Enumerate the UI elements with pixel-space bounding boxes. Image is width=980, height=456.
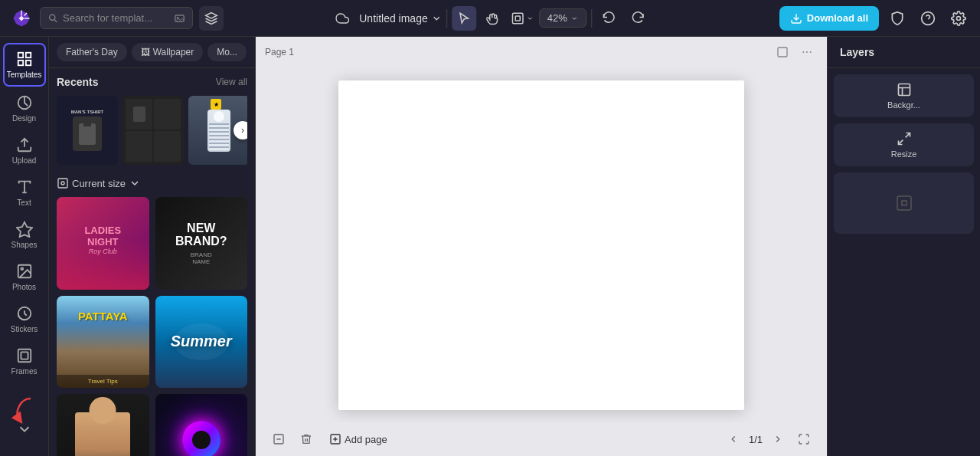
svg-rect-15	[18, 61, 22, 65]
svg-rect-8	[515, 16, 520, 21]
download-all-button[interactable]: Download all	[779, 6, 879, 31]
recent-thumb-1[interactable]: MAN'S TSHIRT	[57, 96, 118, 165]
sidebar-item-design[interactable]: Design	[3, 88, 46, 129]
svg-rect-38	[898, 84, 910, 96]
svg-rect-5	[175, 15, 184, 21]
svg-line-40	[898, 140, 903, 145]
arrow-indicator	[8, 395, 38, 425]
frame-tool-btn[interactable]	[510, 6, 534, 31]
background-label: Backgr...	[887, 100, 920, 110]
document-title[interactable]: Untitled image	[359, 12, 442, 25]
left-sidebar: Templates Design Upload	[0, 37, 49, 456]
canvas-page[interactable]	[338, 80, 744, 410]
template-card-neon[interactable]	[155, 394, 248, 456]
topbar: Untitled image	[0, 0, 980, 37]
svg-line-4	[54, 19, 57, 21]
search-bar[interactable]	[40, 7, 193, 29]
svg-rect-41	[897, 196, 911, 210]
recents-section-header: Recents View all	[57, 76, 247, 88]
photos-icon	[16, 263, 33, 280]
layer-preview[interactable]	[834, 172, 974, 234]
shield-icon-btn[interactable]	[885, 6, 910, 31]
resize-tool[interactable]: Resize	[834, 123, 974, 166]
download-icon	[790, 12, 802, 25]
background-tool[interactable]: Backgr...	[834, 74, 974, 117]
design-icon	[16, 94, 33, 111]
sidebar-item-templates[interactable]: Templates	[3, 43, 46, 87]
tag-wallpaper[interactable]: 🖼 Wallpaper	[132, 43, 204, 61]
template-card-summer[interactable]: Summer	[155, 296, 248, 389]
svg-rect-13	[18, 53, 22, 57]
layers-panel-body: Backgr... Resize	[828, 68, 980, 456]
sidebar-shapes-label: Shapes	[11, 241, 38, 249]
page-label: Page 1	[265, 47, 294, 57]
size-filter[interactable]: Current size	[57, 177, 247, 189]
schedule-icon-btn[interactable]	[199, 6, 224, 31]
svg-point-3	[50, 15, 55, 20]
zoom-dropdown-icon	[570, 15, 578, 22]
next-page-btn[interactable]	[769, 430, 787, 448]
template-card-person[interactable]	[57, 394, 149, 456]
recent-thumb-2[interactable]	[122, 96, 184, 165]
page-nav: 1/1	[724, 428, 815, 450]
sidebar-item-stickers[interactable]: Stickers	[3, 299, 46, 340]
help-icon-btn[interactable]	[916, 6, 940, 31]
sidebar-item-photos[interactable]: Photos	[3, 257, 46, 297]
canvas-more-icon[interactable]	[796, 41, 818, 63]
redo-btn[interactable]	[626, 6, 650, 31]
svg-rect-29	[778, 48, 787, 57]
app-logo[interactable]	[9, 6, 34, 31]
sidebar-item-frames[interactable]: Frames	[3, 341, 46, 382]
sidebar-item-shapes[interactable]: Shapes	[3, 215, 46, 255]
upload-icon	[16, 136, 33, 153]
svg-point-30	[802, 51, 804, 53]
image-search-icon[interactable]	[175, 13, 185, 24]
template-card-new-brand[interactable]: NEW BRAND? BRAND NAME	[155, 197, 248, 290]
settings-icon-btn[interactable]	[946, 6, 971, 31]
add-page-icon	[329, 433, 341, 445]
sidebar-design-label: Design	[12, 114, 36, 123]
canvas-area: Page 1	[256, 37, 827, 456]
expand-canvas-btn[interactable]	[793, 428, 815, 450]
panel-scroll[interactable]: Recents View all MAN'S TSHIRT	[49, 68, 255, 456]
canvas-wrapper	[256, 67, 827, 422]
prev-page-btn[interactable]	[724, 430, 743, 448]
cloud-save-btn[interactable]	[330, 6, 354, 31]
sidebar-text-label: Text	[17, 198, 31, 207]
zoom-control[interactable]: 42%	[539, 8, 586, 28]
canvas-top-bar: Page 1	[256, 37, 827, 67]
template-card-ladies-night[interactable]: LADIES NIGHT Roy Club	[57, 197, 149, 290]
template-card-pattaya[interactable]: PATTAYA Travel Tips	[57, 296, 149, 389]
resize-tool-icon	[897, 131, 912, 146]
sidebar-item-text[interactable]: Text	[3, 172, 46, 213]
frames-icon	[16, 347, 33, 364]
svg-rect-7	[512, 13, 523, 24]
svg-rect-27	[58, 179, 67, 188]
panel-tags: Father's Day 🖼 Wallpaper Mo...	[49, 37, 255, 68]
hand-tool-btn[interactable]	[481, 6, 505, 31]
search-icon	[48, 13, 58, 24]
left-panel: Father's Day 🖼 Wallpaper Mo... Recents V…	[49, 37, 256, 456]
canvas-bottom-bar: Add page 1/1	[256, 422, 827, 456]
delete-page-icon[interactable]	[296, 428, 317, 450]
sidebar-frames-label: Frames	[11, 367, 38, 376]
canvas-top-icons	[772, 41, 818, 63]
svg-point-22	[21, 267, 23, 270]
undo-btn[interactable]	[596, 6, 621, 31]
canvas-frame-icon[interactable]	[772, 41, 793, 63]
topbar-right: Download all	[779, 6, 971, 31]
view-all-link[interactable]: View all	[216, 77, 247, 87]
svg-line-39	[905, 133, 910, 138]
add-page-label: Add page	[345, 434, 387, 445]
background-tool-icon	[897, 82, 912, 97]
tag-more[interactable]: Mo...	[207, 43, 247, 61]
select-tool-btn[interactable]	[452, 6, 476, 31]
tag-fathers-day[interactable]: Father's Day	[57, 43, 127, 61]
sidebar-item-upload[interactable]: Upload	[3, 130, 46, 171]
page-settings-icon[interactable]	[268, 428, 289, 450]
stickers-icon	[16, 305, 33, 322]
recents-next-arrow[interactable]: ›	[234, 121, 247, 139]
search-input[interactable]	[63, 12, 170, 24]
svg-rect-16	[25, 61, 30, 65]
add-page-btn[interactable]: Add page	[323, 430, 394, 448]
